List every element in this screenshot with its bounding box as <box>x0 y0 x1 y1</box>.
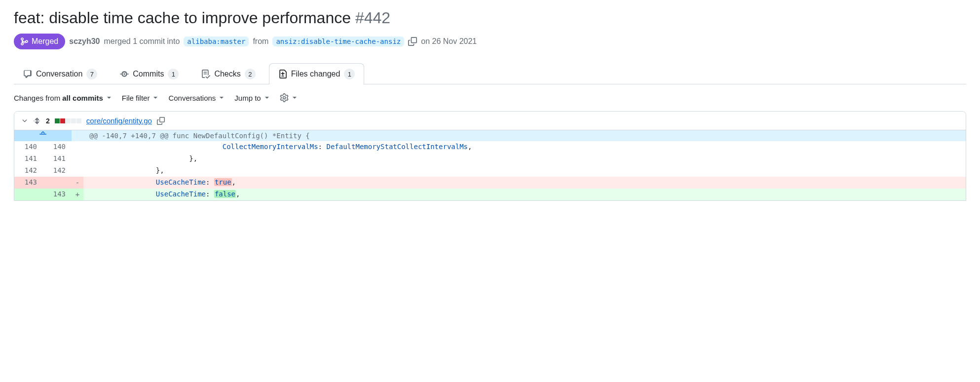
pr-meta-row: Merged sczyh30 merged 1 commit into alib… <box>14 34 966 49</box>
diff-row: 141141 }, <box>14 153 966 165</box>
tab-counter: 2 <box>245 69 256 79</box>
code-line: UseCacheTime: false, <box>83 189 966 200</box>
commit-icon <box>120 70 129 78</box>
changes-from-dropdown[interactable]: Changes from all commits <box>14 94 111 102</box>
diff-row: 143- UseCacheTime: true, <box>14 177 966 189</box>
tab-label: Conversation <box>36 70 82 78</box>
expand-all-icon[interactable] <box>33 117 41 125</box>
old-line-number[interactable]: 142 <box>14 165 43 177</box>
git-merge-icon <box>21 38 29 45</box>
tab-conversation[interactable]: Conversation 7 <box>14 63 107 84</box>
caret-icon <box>293 97 297 99</box>
old-line-number[interactable]: 140 <box>14 141 43 153</box>
old-line-number[interactable] <box>14 189 43 200</box>
svg-point-2 <box>26 40 28 42</box>
from-word: from <box>253 37 268 46</box>
tab-counter: 1 <box>168 69 179 79</box>
file-diff: 2 core/config/entity.go @@ -140,7 +140,7… <box>14 111 966 201</box>
caret-icon <box>153 97 157 99</box>
diff-marker <box>72 165 83 177</box>
diff-block-neutral <box>66 118 71 123</box>
chevron-down-icon[interactable] <box>21 117 28 124</box>
base-branch[interactable]: alibaba:master <box>184 37 249 46</box>
code-line: UseCacheTime: true, <box>83 177 966 189</box>
diffstat-blocks <box>55 118 81 123</box>
gear-icon <box>280 93 289 102</box>
new-line-number[interactable]: 142 <box>43 165 72 177</box>
diff-marker: + <box>72 189 83 200</box>
author-link[interactable]: sczyh30 <box>69 37 100 46</box>
diff-marker <box>72 153 83 165</box>
diff-block-neutral <box>71 118 76 123</box>
diff-table: @@ -140,7 +140,7 @@ func NewDefaultConfi… <box>14 130 966 200</box>
tab-counter: 1 <box>344 69 355 79</box>
file-filter-label: File filter <box>122 94 150 102</box>
conversations-label: Conversations <box>168 94 216 102</box>
merge-action-text: merged 1 commit into <box>104 37 180 46</box>
pr-number: #442 <box>355 9 390 27</box>
tab-files-changed[interactable]: Files changed 1 <box>269 63 365 84</box>
pr-title: feat: disable time cache to improve perf… <box>14 8 966 28</box>
tab-counter: 7 <box>86 69 97 79</box>
diff-row: 140140 CollectMemoryIntervalMs: DefaultM… <box>14 141 966 153</box>
new-line-number[interactable]: 141 <box>43 153 72 165</box>
hunk-text: @@ -140,7 +140,7 @@ func NewDefaultConfi… <box>83 130 966 141</box>
changes-from-value: all commits <box>62 94 103 102</box>
tab-checks[interactable]: Checks 2 <box>192 63 264 84</box>
diff-block-deleted <box>60 118 65 123</box>
svg-point-1 <box>21 43 23 45</box>
caret-icon <box>107 97 111 99</box>
file-filter-dropdown[interactable]: File filter <box>122 94 158 102</box>
tab-label: Checks <box>214 70 240 78</box>
old-line-number[interactable]: 143 <box>14 177 43 189</box>
code-line: CollectMemoryIntervalMs: DefaultMemorySt… <box>83 141 966 153</box>
comment-icon <box>23 70 32 78</box>
copy-branch-icon[interactable] <box>408 37 417 46</box>
state-badge: Merged <box>14 34 65 49</box>
diff-toolbar: Changes from all commits File filter Con… <box>14 84 966 111</box>
code-line: }, <box>83 165 966 177</box>
diffstat-count: 2 <box>46 117 50 125</box>
file-header: 2 core/config/entity.go <box>14 112 966 130</box>
old-line-number[interactable]: 141 <box>14 153 43 165</box>
diff-block-added <box>55 118 60 123</box>
head-branch[interactable]: ansiz:disable-time-cache-ansiz <box>272 37 404 46</box>
new-line-number[interactable] <box>43 177 72 189</box>
code-line: }, <box>83 153 966 165</box>
checklist-icon <box>201 70 210 78</box>
state-label: Merged <box>32 37 58 46</box>
tabnav: Conversation 7 Commits 1 Checks 2 Files … <box>14 63 966 84</box>
diff-row: 143+ UseCacheTime: false, <box>14 189 966 200</box>
changes-from-prefix: Changes from <box>14 94 60 102</box>
caret-icon <box>265 97 269 99</box>
tab-commits[interactable]: Commits 1 <box>111 63 188 84</box>
merge-date: on 26 Nov 2021 <box>421 37 477 46</box>
file-path-link[interactable]: core/config/entity.go <box>86 116 152 125</box>
expand-hunk[interactable] <box>14 130 72 141</box>
pr-title-text: feat: disable time cache to improve perf… <box>14 9 351 27</box>
jump-to-label: Jump to <box>234 94 261 102</box>
diff-marker: - <box>72 177 83 189</box>
tab-label: Commits <box>133 70 164 78</box>
diff-marker <box>72 141 83 153</box>
file-diff-icon <box>278 70 287 78</box>
new-line-number[interactable]: 143 <box>43 189 72 200</box>
jump-to-dropdown[interactable]: Jump to <box>234 94 268 102</box>
hunk-header: @@ -140,7 +140,7 @@ func NewDefaultConfi… <box>14 130 966 141</box>
svg-point-0 <box>21 38 23 40</box>
conversations-dropdown[interactable]: Conversations <box>168 94 224 102</box>
diff-row: 142142 }, <box>14 165 966 177</box>
new-line-number[interactable]: 140 <box>43 141 72 153</box>
diff-block-neutral <box>76 118 81 123</box>
caret-icon <box>220 97 224 99</box>
diff-settings-dropdown[interactable] <box>280 93 297 102</box>
copy-path-icon[interactable] <box>157 117 165 125</box>
tab-label: Files changed <box>291 70 340 78</box>
